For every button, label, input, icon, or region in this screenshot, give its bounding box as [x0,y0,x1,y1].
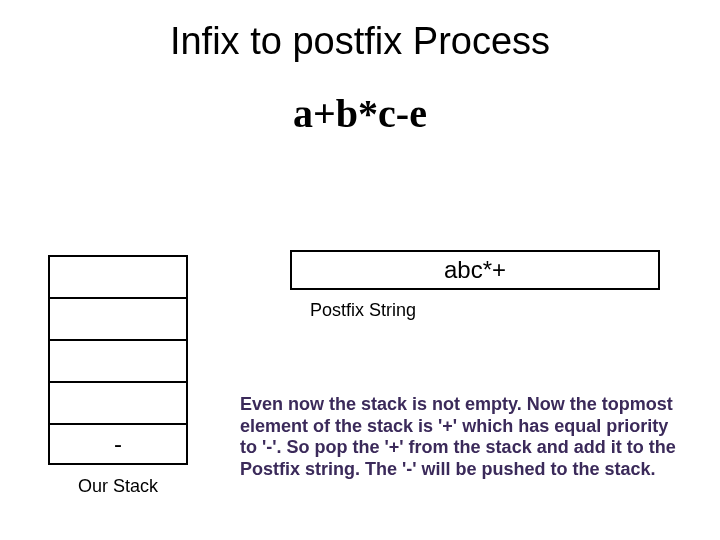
stack-visual: - [48,255,188,465]
slide-title: Infix to postfix Process [0,20,720,63]
postfix-output-box: abc*+ [290,250,660,290]
stack-cell [48,297,188,339]
stack-label: Our Stack [78,476,158,497]
postfix-output-text: abc*+ [444,256,506,284]
stack-cell [48,381,188,423]
postfix-label: Postfix String [310,300,416,321]
explanation-text: Even now the stack is not empty. Now the… [240,394,680,480]
stack-cell: - [48,423,188,465]
stack-cell [48,339,188,381]
infix-expression: a+b*c-e [0,90,720,137]
stack-cell [48,255,188,297]
